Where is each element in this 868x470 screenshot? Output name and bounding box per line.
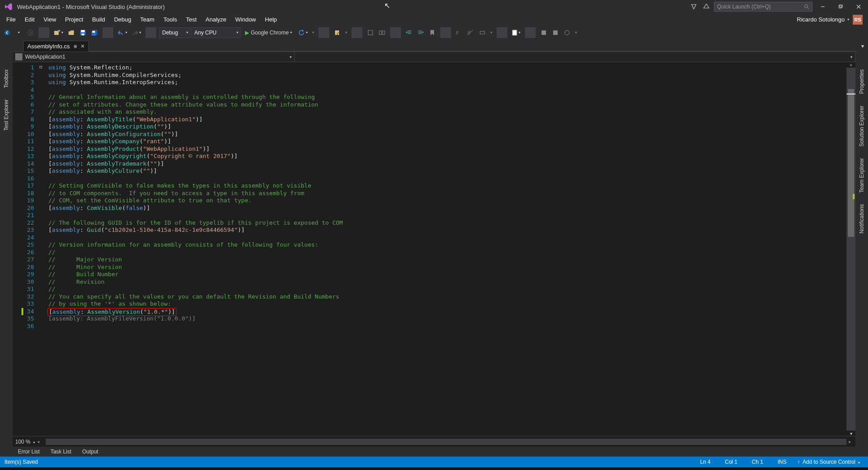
code-line[interactable]: // Setting ComVisible to false makes the…: [48, 182, 847, 190]
right-tab-solution-explorer[interactable]: Solution Explorer: [857, 100, 867, 152]
nav-forward-button[interactable]: [25, 27, 36, 38]
outlining-margin[interactable]: ⊟: [39, 62, 47, 436]
code-line[interactable]: // Major Version: [48, 256, 847, 264]
code-line[interactable]: //: [48, 286, 847, 293]
toggle-button[interactable]: [477, 27, 488, 38]
menu-help[interactable]: Help: [261, 14, 282, 25]
right-tab-properties[interactable]: Properties: [857, 64, 867, 99]
tool-tab-task-list[interactable]: Task List: [46, 448, 76, 456]
document-tab-assemblyinfo[interactable]: AssemblyInfo.cs ⊕ ✕: [23, 41, 89, 51]
menu-team[interactable]: Team: [136, 14, 159, 25]
code-line[interactable]: // Version information for an assembly c…: [48, 241, 847, 249]
open-file-button[interactable]: [66, 27, 77, 38]
increase-indent-button[interactable]: [415, 27, 426, 38]
menu-view[interactable]: View: [39, 14, 60, 25]
minimize-button[interactable]: [815, 1, 830, 13]
code-line[interactable]: // by using the '*' as shown below:: [48, 300, 847, 308]
extension-button-2[interactable]: [550, 27, 561, 38]
menu-test[interactable]: Test: [181, 14, 201, 25]
menu-debug[interactable]: Debug: [110, 14, 136, 25]
member-context-select[interactable]: [295, 52, 855, 62]
nav-back-button[interactable]: [2, 27, 13, 38]
scroll-right-button[interactable]: ▸: [847, 439, 853, 445]
menu-build[interactable]: Build: [88, 14, 110, 25]
horizontal-scrollbar[interactable]: [46, 439, 847, 445]
find-in-files-button[interactable]: [332, 27, 343, 38]
save-all-button[interactable]: [89, 27, 100, 38]
right-tab-team-explorer[interactable]: Team Explorer: [857, 153, 867, 198]
code-area[interactable]: using System.Reflection;using System.Run…: [47, 62, 847, 436]
account-badge[interactable]: RS: [853, 15, 863, 25]
code-line[interactable]: // COM, set the ComVisible attribute to …: [48, 197, 847, 205]
code-line[interactable]: [assembly: ComVisible(false)]: [48, 205, 847, 212]
left-tab-toolbox[interactable]: Toolbox: [1, 64, 11, 93]
extension-button-1[interactable]: [538, 27, 549, 38]
code-line[interactable]: //: [48, 249, 847, 256]
comment-out-button[interactable]: //: [454, 27, 464, 38]
code-line[interactable]: [48, 323, 847, 330]
code-line[interactable]: [assembly: AssemblyProduct("WebApplicati…: [48, 145, 847, 153]
menu-file[interactable]: File: [2, 14, 20, 25]
bookmark-button[interactable]: [427, 27, 438, 38]
scrollbar-thumb[interactable]: [848, 89, 854, 237]
code-line[interactable]: [assembly: AssemblyCopyright("Copyright …: [48, 153, 847, 160]
code-line[interactable]: // set of attributes. Change these attri…: [48, 101, 847, 109]
account-name[interactable]: Ricardo Sotolongo: [797, 16, 845, 23]
solution-config-select[interactable]: Debug: [159, 27, 190, 38]
code-line[interactable]: [assembly: Guid("c1b202e1-510e-415a-842c…: [48, 226, 847, 234]
new-project-button[interactable]: [52, 27, 65, 38]
tool-tab-error-list[interactable]: Error List: [13, 448, 44, 456]
split-editor-button[interactable]: ÷: [847, 62, 855, 68]
uncomment-button[interactable]: //: [465, 27, 476, 38]
project-context-select[interactable]: WebApplication1: [13, 52, 295, 62]
tool-tab-output[interactable]: Output: [77, 448, 103, 456]
menu-analyze[interactable]: Analyze: [201, 14, 231, 25]
extension-button-3[interactable]: [562, 27, 572, 38]
pin-icon[interactable]: ⊕: [73, 44, 77, 49]
add-to-source-control-button[interactable]: Add to Source Control ▴: [794, 459, 864, 465]
vertical-scrollbar[interactable]: [847, 68, 855, 431]
decrease-indent-button[interactable]: [404, 27, 414, 38]
save-button[interactable]: [77, 27, 88, 38]
quick-launch-input[interactable]: Quick Launch (Ctrl+Q): [714, 2, 812, 12]
code-line[interactable]: [48, 175, 847, 183]
code-line[interactable]: [assembly: AssemblyCulture("")]: [48, 167, 847, 175]
right-tab-notifications[interactable]: Notifications: [857, 199, 867, 239]
code-line[interactable]: [assembly: AssemblyDescription("")]: [48, 123, 847, 131]
code-line[interactable]: // to COM components. If you need to acc…: [48, 190, 847, 197]
code-line[interactable]: using System.Runtime.CompilerServices;: [48, 72, 847, 79]
menu-project[interactable]: Project: [60, 14, 87, 25]
notifications-icon[interactable]: [701, 2, 711, 12]
code-line[interactable]: // The following GUID is for the ID of t…: [48, 219, 847, 227]
undo-button[interactable]: [116, 27, 129, 38]
code-line[interactable]: // General Information about an assembly…: [48, 94, 847, 101]
code-line[interactable]: [assembly: AssemblyFileVersion("1.0.0.0"…: [48, 315, 847, 323]
windows-taskbar[interactable]: [0, 467, 868, 470]
start-debug-button[interactable]: ▶Google Chrome: [241, 27, 296, 38]
code-editor[interactable]: 1234567891011121314151617181920212223242…: [13, 62, 855, 436]
left-tab-test-explorer[interactable]: Test Explorer: [1, 94, 11, 136]
browser-refresh-button[interactable]: [296, 27, 309, 38]
code-line[interactable]: // Minor Version: [48, 264, 847, 271]
code-line[interactable]: [48, 86, 847, 94]
platform-select[interactable]: Any CPU: [191, 27, 241, 38]
code-line[interactable]: using System.Reflection;: [48, 64, 847, 72]
feedback-icon[interactable]: [689, 2, 699, 12]
menu-tools[interactable]: Tools: [159, 14, 181, 25]
code-line[interactable]: // Build Number: [48, 271, 847, 278]
code-line[interactable]: [assembly: AssemblyTitle("WebApplication…: [48, 116, 847, 124]
code-line[interactable]: [assembly: AssemblyConfiguration("")]: [48, 131, 847, 138]
menu-edit[interactable]: Edit: [20, 14, 39, 25]
scroll-down-button[interactable]: ▾: [847, 431, 855, 436]
code-line[interactable]: using System.Runtime.InteropServices;: [48, 79, 847, 86]
code-line[interactable]: // Revision: [48, 278, 847, 286]
code-line[interactable]: // associated with an assembly.: [48, 108, 847, 116]
close-icon[interactable]: ✕: [81, 43, 85, 49]
code-line[interactable]: [assembly: AssemblyCompany("rant")]: [48, 138, 847, 145]
chevron-down-icon[interactable]: ▾: [847, 17, 849, 21]
code-line[interactable]: [assembly: AssemblyTrademark("")]: [48, 160, 847, 168]
step-over-button[interactable]: [377, 27, 387, 38]
doc-outline-button[interactable]: [510, 27, 522, 38]
code-line[interactable]: [48, 212, 847, 219]
maximize-button[interactable]: [833, 1, 848, 13]
